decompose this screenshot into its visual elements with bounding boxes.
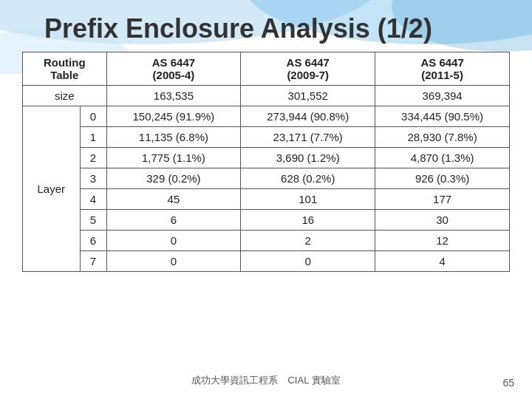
layer-0-col3: 334,445 (90.5%) xyxy=(375,106,510,127)
layer-0-col2: 273,944 (90.8%) xyxy=(241,106,375,127)
layer-index-7: 7 xyxy=(80,251,106,272)
col-as6447-2009: AS 6447(2009-7) xyxy=(241,52,375,86)
layer-1-col1: 11,135 (6.8%) xyxy=(106,127,241,148)
page-number: 65 xyxy=(502,377,514,389)
layer-index-6: 6 xyxy=(80,231,106,251)
layer-4-col3: 177 xyxy=(375,189,510,210)
table-row: 5 6 16 30 xyxy=(23,210,510,231)
layer-index-5: 5 xyxy=(80,210,106,231)
layer-2-col1: 1,775 (1.1%) xyxy=(106,148,241,168)
routing-table-label: RoutingTable xyxy=(44,56,86,81)
table-row: Layer 0 150,245 (91.9%) 273,944 (90.8%) … xyxy=(23,106,510,127)
layer-7-col1: 0 xyxy=(106,251,241,272)
table-row: 4 45 101 177 xyxy=(23,189,510,210)
layer-6-col1: 0 xyxy=(106,231,241,251)
col-as6447-2011: AS 6447(2011-5) xyxy=(375,52,510,86)
layer-7-col2: 0 xyxy=(241,251,375,272)
layer-1-col2: 23,171 (7.7%) xyxy=(241,127,375,148)
size-col1: 163,535 xyxy=(106,86,241,106)
layer-3-col1: 329 (0.2%) xyxy=(106,168,241,189)
table-row: 6 0 2 12 xyxy=(23,231,510,251)
col-routing-table: RoutingTable xyxy=(23,52,107,86)
layer-label-cell: Layer xyxy=(23,106,81,272)
layer-index-4: 4 xyxy=(80,189,106,210)
table-row: 3 329 (0.2%) 628 (0.2%) 926 (0.3%) xyxy=(23,168,510,189)
layer-3-col2: 628 (0.2%) xyxy=(241,168,375,189)
size-col3: 369,394 xyxy=(375,86,510,106)
layer-3-col3: 926 (0.3%) xyxy=(375,168,510,189)
layer-5-col3: 30 xyxy=(375,210,510,231)
layer-1-col3: 28,930 (7.8%) xyxy=(375,127,510,148)
footer-text: 成功大學資訊工程系 CIAL 實驗室 xyxy=(191,374,340,387)
size-label: size xyxy=(23,86,107,106)
layer-index-1: 1 xyxy=(80,127,106,148)
table-row: 2 1,775 (1.1%) 3,690 (1.2%) 4,870 (1.3%) xyxy=(23,148,510,168)
size-col2: 301,552 xyxy=(241,86,375,106)
size-row: size 163,535 301,552 369,394 xyxy=(23,86,510,106)
page-title: Prefix Enclosure Analysis (1/2) xyxy=(0,0,532,52)
layer-4-col1: 45 xyxy=(106,189,241,210)
table-header-row: RoutingTable AS 6447(2005-4) AS 6447(200… xyxy=(23,52,510,86)
layer-0-col1: 150,245 (91.9%) xyxy=(106,106,241,127)
layer-index-0: 0 xyxy=(80,106,106,127)
layer-5-col1: 6 xyxy=(106,210,241,231)
layer-5-col2: 16 xyxy=(241,210,375,231)
layer-6-col2: 2 xyxy=(241,231,375,251)
content-area: RoutingTable AS 6447(2005-4) AS 6447(200… xyxy=(0,52,532,279)
layer-index-3: 3 xyxy=(80,168,106,189)
layer-7-col3: 4 xyxy=(375,251,510,272)
table-row: 7 0 0 4 xyxy=(23,251,510,272)
col-as6447-2005: AS 6447(2005-4) xyxy=(106,52,241,86)
data-table: RoutingTable AS 6447(2005-4) AS 6447(200… xyxy=(22,52,510,272)
layer-index-2: 2 xyxy=(80,148,106,168)
table-row: 1 11,135 (6.8%) 23,171 (7.7%) 28,930 (7.… xyxy=(23,127,510,148)
layer-4-col2: 101 xyxy=(241,189,375,210)
layer-6-col3: 12 xyxy=(375,231,510,251)
layer-2-col3: 4,870 (1.3%) xyxy=(375,148,510,168)
layer-2-col2: 3,690 (1.2%) xyxy=(241,148,375,168)
